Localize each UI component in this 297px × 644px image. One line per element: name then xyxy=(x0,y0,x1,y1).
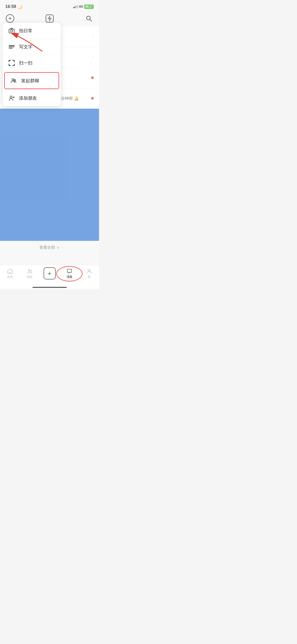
menu-label-scan: 扫一扫 xyxy=(19,60,32,66)
svg-point-9 xyxy=(14,80,16,81)
svg-point-10 xyxy=(10,96,12,98)
add-friend-icon xyxy=(8,94,15,102)
menu-label-group: 发起群聊 xyxy=(21,78,39,84)
menu-item-group[interactable]: 发起群聊 xyxy=(5,73,59,89)
group-chat-icon xyxy=(10,77,17,84)
svg-point-8 xyxy=(12,79,14,81)
menu-item-scan[interactable]: 扫一扫 xyxy=(3,55,61,71)
scan-icon xyxy=(8,59,15,67)
menu-label-photo: 拍日常 xyxy=(19,28,32,34)
menu-item-photo[interactable]: 拍日常 xyxy=(3,23,61,39)
svg-point-4 xyxy=(11,30,13,32)
text-icon xyxy=(8,43,15,50)
menu-item-write[interactable]: 写文字 xyxy=(3,39,61,55)
menu-item-add-friend[interactable]: 添加朋友 xyxy=(3,90,61,106)
camera-icon xyxy=(8,27,15,34)
menu-label-write: 写文字 xyxy=(19,44,32,50)
dropdown-menu: 拍日常 写文字 扫一扫 xyxy=(3,23,61,106)
menu-label-add-friend: 添加朋友 xyxy=(19,95,37,101)
